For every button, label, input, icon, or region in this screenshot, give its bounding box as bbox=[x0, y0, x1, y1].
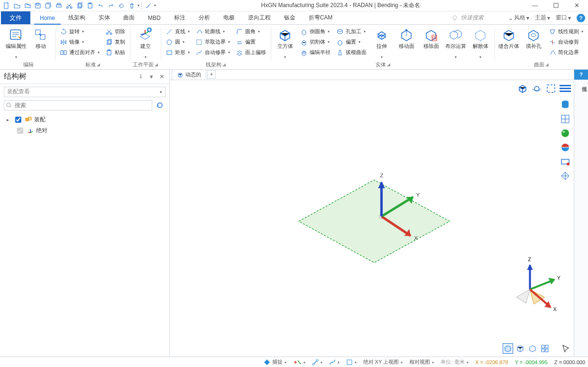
qat-refresh-icon[interactable] bbox=[117, 1, 126, 10]
create-plane-button[interactable]: 建立▾ bbox=[134, 27, 157, 61]
tab-solid[interactable]: 实体 bbox=[92, 11, 117, 24]
style-menu[interactable]: ⌄ 风格 ▾ bbox=[508, 14, 529, 22]
tab-home[interactable]: Home bbox=[33, 11, 62, 24]
shell-button[interactable]: 切割体▾ bbox=[298, 37, 332, 47]
status-view-rel[interactable]: 相对视图▴ bbox=[409, 358, 434, 366]
offset-button[interactable]: 偏置 bbox=[234, 37, 268, 47]
fillet-button[interactable]: 圆角▾ bbox=[234, 27, 268, 37]
edit-radius-button[interactable]: 编辑半径 bbox=[298, 47, 332, 57]
qat-cut-icon[interactable] bbox=[64, 1, 74, 10]
rect-button[interactable]: 矩形▾ bbox=[164, 47, 192, 57]
stitch-button[interactable]: 缝合片体 bbox=[497, 27, 520, 56]
circle-button[interactable]: 圆▾ bbox=[164, 37, 192, 47]
qat-measure-icon[interactable] bbox=[144, 1, 153, 10]
minimize-button[interactable]: — bbox=[525, 0, 544, 11]
doc-tab-active[interactable]: 动态的 bbox=[172, 69, 206, 80]
copy-button[interactable]: 复制 bbox=[103, 37, 127, 47]
draft-button[interactable]: 拔模曲面 bbox=[334, 47, 368, 57]
maximize-button[interactable] bbox=[546, 0, 565, 11]
help-tab[interactable]: ? 帮助 bbox=[574, 70, 588, 80]
quick-search[interactable]: 快速搜索 bbox=[451, 14, 484, 22]
qat-open-icon[interactable] bbox=[12, 1, 22, 10]
qat-open-multi-icon[interactable] bbox=[23, 1, 32, 10]
svg-rect-10 bbox=[554, 3, 558, 8]
panel-close-button[interactable]: ✕ bbox=[158, 73, 165, 80]
tab-file[interactable]: 文件 bbox=[1, 11, 30, 24]
status-units[interactable]: 单位: 毫米▴ bbox=[441, 358, 469, 366]
cut-button[interactable]: 切除 bbox=[103, 27, 127, 37]
status-tool-3[interactable]: ▴ bbox=[329, 359, 340, 366]
tab-analyze[interactable]: 分析 bbox=[192, 11, 217, 24]
simplify-button[interactable]: 简化边界 bbox=[547, 47, 585, 57]
qat-delete-icon[interactable] bbox=[127, 1, 137, 10]
mirror-button[interactable]: 镜像▾ bbox=[58, 37, 101, 47]
fill-hole-button[interactable]: 填补孔 bbox=[522, 27, 545, 56]
explode-button[interactable]: 解散体▾ bbox=[469, 27, 492, 61]
tree-search-input[interactable] bbox=[4, 100, 152, 110]
tab-bend-cam[interactable]: 折弯CAM bbox=[302, 11, 340, 24]
tab-reverse[interactable]: 逆向工程 bbox=[241, 11, 277, 24]
panel-pin-button[interactable] bbox=[137, 73, 145, 80]
paste-icon bbox=[105, 49, 113, 56]
svg-point-30 bbox=[531, 34, 536, 37]
qat-copy-icon[interactable] bbox=[75, 1, 84, 10]
align-by-face-button[interactable]: 通过面对齐▾ bbox=[58, 47, 101, 57]
status-tool-2[interactable]: ▴ bbox=[312, 359, 322, 366]
tab-sheetmetal[interactable]: 钣金 bbox=[277, 11, 302, 24]
extract-edges-button[interactable]: 萃取边界▾ bbox=[193, 37, 232, 47]
twisty-icon[interactable]: ▸ bbox=[7, 117, 11, 122]
linear-rule-button[interactable]: 线性规则▾ bbox=[547, 27, 585, 37]
right-rail: ? 帮助 属性 bbox=[574, 70, 588, 357]
close-button[interactable]: ✕ bbox=[567, 0, 586, 11]
help-badge[interactable]: ? bbox=[577, 14, 585, 22]
qat-print-icon[interactable] bbox=[54, 1, 64, 10]
svg-text:Y: Y bbox=[416, 192, 420, 198]
status-tool-1[interactable]: ▴ bbox=[293, 359, 305, 366]
qat-paste-icon[interactable] bbox=[85, 1, 95, 10]
tab-surface[interactable]: 曲面 bbox=[117, 11, 141, 24]
tab-wireframe[interactable]: 线架构 bbox=[62, 11, 92, 24]
structure-tree[interactable]: ▸ 装配 绝对 bbox=[0, 113, 169, 357]
tree-view-combo[interactable]: 装配查看 ▾ bbox=[4, 87, 165, 97]
tree-refresh-button[interactable] bbox=[154, 100, 165, 110]
status-snap[interactable]: 捕捉▴ bbox=[264, 358, 286, 366]
tree-root-node[interactable]: ▸ 装配 bbox=[4, 114, 165, 125]
line-button[interactable]: 直线▾ bbox=[164, 27, 192, 37]
auto-trim-button[interactable]: 自动修剪 bbox=[547, 37, 585, 47]
edit-properties-button[interactable]: 编辑属性▾ bbox=[5, 27, 28, 61]
hole-button[interactable]: 孔加工▾ bbox=[334, 27, 368, 37]
tree-search-field[interactable] bbox=[14, 101, 150, 109]
paste-button[interactable]: 粘贴 bbox=[103, 47, 127, 57]
profile-button[interactable]: 轮廓线▾ bbox=[193, 27, 232, 37]
tree-root-check[interactable] bbox=[15, 117, 21, 123]
panel-menu-button[interactable]: ▾ bbox=[147, 73, 155, 80]
qat-redo-icon[interactable] bbox=[106, 1, 116, 10]
properties-tab[interactable]: 属性 bbox=[574, 80, 588, 85]
add-doc-tab[interactable]: + bbox=[207, 70, 216, 79]
solid-offset-button[interactable]: 偏置▾ bbox=[334, 37, 368, 47]
tab-annotate[interactable]: 标注 bbox=[167, 11, 192, 24]
qat-undo-icon[interactable] bbox=[96, 1, 105, 10]
move-button[interactable]: 移动 bbox=[29, 27, 52, 56]
move-face-button[interactable]: 移动面 bbox=[395, 27, 418, 56]
tree-frame-node[interactable]: 绝对 bbox=[4, 125, 165, 136]
qat-save-all-icon[interactable] bbox=[44, 1, 53, 10]
tab-mbd[interactable]: MBD bbox=[141, 11, 167, 24]
cube-button[interactable]: 立方体▾ bbox=[274, 27, 296, 61]
tab-electrode[interactable]: 电极 bbox=[217, 11, 241, 24]
tree-frame-check[interactable] bbox=[17, 128, 23, 134]
face-offset-button[interactable]: 面上偏移 bbox=[234, 47, 268, 57]
boolean-button[interactable]: 布尔运算▾ bbox=[444, 27, 467, 61]
theme-menu[interactable]: 主题 ▾ bbox=[535, 14, 550, 22]
extrude-button[interactable]: 拉伸▾ bbox=[370, 27, 393, 61]
viewport[interactable]: X Y Z bbox=[170, 80, 574, 357]
status-view-abs[interactable]: 绝对 XY 上视图▴ bbox=[363, 358, 403, 366]
qat-new-icon[interactable] bbox=[2, 1, 11, 10]
status-tool-4[interactable]: ▴ bbox=[346, 359, 357, 366]
qat-save-icon[interactable] bbox=[33, 1, 43, 10]
chamfer-button[interactable]: 倒圆角▾ bbox=[298, 27, 332, 37]
window-menu[interactable]: 窗口 ▾ bbox=[556, 14, 571, 22]
remove-face-button[interactable]: 移除面 bbox=[420, 27, 442, 56]
rotate-button[interactable]: 旋转▾ bbox=[58, 27, 101, 37]
curve-button[interactable]: 自动修界▾ bbox=[193, 47, 232, 57]
